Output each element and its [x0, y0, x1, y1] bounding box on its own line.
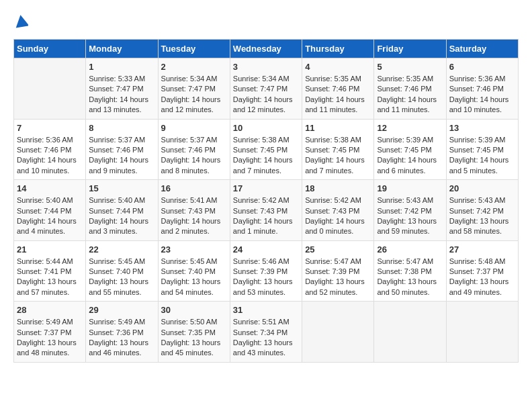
- column-header-monday: Monday: [86, 40, 158, 58]
- day-info: Sunrise: 5:43 AM Sunset: 7:42 PM Dayligh…: [449, 195, 515, 237]
- day-info: Sunrise: 5:39 AM Sunset: 7:45 PM Dayligh…: [449, 135, 515, 177]
- day-cell: 21Sunrise: 5:44 AM Sunset: 7:41 PM Dayli…: [14, 240, 86, 302]
- day-cell: 16Sunrise: 5:41 AM Sunset: 7:43 PM Dayli…: [158, 180, 230, 241]
- day-info: Sunrise: 5:35 AM Sunset: 7:46 PM Dayligh…: [305, 74, 371, 116]
- column-header-sunday: Sunday: [14, 40, 86, 58]
- day-cell: 5Sunrise: 5:35 AM Sunset: 7:46 PM Daylig…: [374, 58, 446, 120]
- day-number: 31: [233, 305, 299, 315]
- day-number: 14: [17, 183, 83, 193]
- day-info: Sunrise: 5:47 AM Sunset: 7:38 PM Dayligh…: [377, 257, 443, 298]
- day-info: Sunrise: 5:40 AM Sunset: 7:44 PM Dayligh…: [89, 195, 154, 237]
- logo: [13, 13, 28, 32]
- day-cell: [14, 58, 86, 120]
- column-header-saturday: Saturday: [446, 40, 518, 58]
- day-cell: 13Sunrise: 5:39 AM Sunset: 7:45 PM Dayli…: [446, 119, 518, 180]
- day-number: 18: [305, 183, 371, 193]
- day-info: Sunrise: 5:42 AM Sunset: 7:43 PM Dayligh…: [305, 195, 371, 237]
- day-cell: 3Sunrise: 5:34 AM Sunset: 7:47 PM Daylig…: [230, 58, 302, 120]
- day-cell: 11Sunrise: 5:38 AM Sunset: 7:45 PM Dayli…: [302, 119, 374, 180]
- day-info: Sunrise: 5:48 AM Sunset: 7:37 PM Dayligh…: [449, 257, 515, 298]
- day-number: 3: [233, 62, 299, 72]
- day-cell: 7Sunrise: 5:36 AM Sunset: 7:46 PM Daylig…: [14, 119, 86, 180]
- day-info: Sunrise: 5:49 AM Sunset: 7:37 PM Dayligh…: [17, 317, 83, 359]
- day-cell: 18Sunrise: 5:42 AM Sunset: 7:43 PM Dayli…: [302, 180, 374, 241]
- day-cell: 24Sunrise: 5:46 AM Sunset: 7:39 PM Dayli…: [230, 240, 302, 302]
- day-info: Sunrise: 5:40 AM Sunset: 7:44 PM Dayligh…: [17, 195, 83, 237]
- day-cell: 25Sunrise: 5:47 AM Sunset: 7:39 PM Dayli…: [302, 240, 374, 302]
- day-number: 20: [449, 183, 515, 193]
- day-cell: 14Sunrise: 5:40 AM Sunset: 7:44 PM Dayli…: [14, 180, 86, 241]
- day-number: 5: [377, 62, 443, 72]
- day-cell: 23Sunrise: 5:45 AM Sunset: 7:40 PM Dayli…: [158, 240, 230, 302]
- day-number: 24: [233, 244, 299, 255]
- day-number: 12: [377, 123, 443, 133]
- day-info: Sunrise: 5:38 AM Sunset: 7:45 PM Dayligh…: [305, 135, 371, 177]
- day-cell: [302, 302, 374, 363]
- day-cell: 8Sunrise: 5:37 AM Sunset: 7:46 PM Daylig…: [86, 119, 158, 180]
- day-info: Sunrise: 5:33 AM Sunset: 7:47 PM Dayligh…: [89, 74, 154, 116]
- day-number: 25: [305, 244, 371, 255]
- column-header-friday: Friday: [374, 40, 446, 58]
- day-info: Sunrise: 5:42 AM Sunset: 7:43 PM Dayligh…: [233, 195, 299, 237]
- day-info: Sunrise: 5:34 AM Sunset: 7:47 PM Dayligh…: [161, 74, 227, 116]
- day-cell: 10Sunrise: 5:38 AM Sunset: 7:45 PM Dayli…: [230, 119, 302, 180]
- day-cell: 28Sunrise: 5:49 AM Sunset: 7:37 PM Dayli…: [14, 302, 86, 363]
- day-cell: 12Sunrise: 5:39 AM Sunset: 7:45 PM Dayli…: [374, 119, 446, 180]
- day-number: 2: [161, 62, 227, 72]
- day-number: 9: [161, 123, 227, 133]
- day-number: 21: [17, 244, 83, 255]
- day-info: Sunrise: 5:35 AM Sunset: 7:46 PM Dayligh…: [377, 74, 443, 116]
- day-number: 11: [305, 123, 371, 133]
- day-number: 28: [17, 305, 83, 315]
- day-info: Sunrise: 5:49 AM Sunset: 7:36 PM Dayligh…: [89, 317, 154, 359]
- day-info: Sunrise: 5:38 AM Sunset: 7:45 PM Dayligh…: [233, 135, 299, 177]
- day-number: 13: [449, 123, 515, 133]
- day-number: 6: [449, 62, 515, 72]
- day-cell: 31Sunrise: 5:51 AM Sunset: 7:34 PM Dayli…: [230, 302, 302, 363]
- day-info: Sunrise: 5:45 AM Sunset: 7:40 PM Dayligh…: [161, 257, 227, 298]
- week-row-5: 28Sunrise: 5:49 AM Sunset: 7:37 PM Dayli…: [14, 302, 519, 363]
- day-info: Sunrise: 5:36 AM Sunset: 7:46 PM Dayligh…: [449, 74, 515, 116]
- svg-marker-0: [15, 15, 28, 28]
- day-cell: [446, 302, 518, 363]
- calendar-table: SundayMondayTuesdayWednesdayThursdayFrid…: [13, 39, 519, 363]
- week-row-1: 1Sunrise: 5:33 AM Sunset: 7:47 PM Daylig…: [14, 58, 519, 120]
- day-info: Sunrise: 5:34 AM Sunset: 7:47 PM Dayligh…: [233, 74, 299, 116]
- day-number: 10: [233, 123, 299, 133]
- day-number: 19: [377, 183, 443, 193]
- day-number: 27: [449, 244, 515, 255]
- day-cell: 15Sunrise: 5:40 AM Sunset: 7:44 PM Dayli…: [86, 180, 158, 241]
- day-number: 4: [305, 62, 371, 72]
- day-info: Sunrise: 5:51 AM Sunset: 7:34 PM Dayligh…: [233, 317, 299, 359]
- day-number: 22: [89, 244, 154, 255]
- day-cell: 22Sunrise: 5:45 AM Sunset: 7:40 PM Dayli…: [86, 240, 158, 302]
- day-info: Sunrise: 5:37 AM Sunset: 7:46 PM Dayligh…: [89, 135, 154, 177]
- day-info: Sunrise: 5:46 AM Sunset: 7:39 PM Dayligh…: [233, 257, 299, 298]
- day-number: 8: [89, 123, 154, 133]
- day-number: 15: [89, 183, 154, 193]
- day-cell: 17Sunrise: 5:42 AM Sunset: 7:43 PM Dayli…: [230, 180, 302, 241]
- day-number: 23: [161, 244, 227, 255]
- day-info: Sunrise: 5:47 AM Sunset: 7:39 PM Dayligh…: [305, 257, 371, 298]
- day-number: 30: [161, 305, 227, 315]
- week-row-2: 7Sunrise: 5:36 AM Sunset: 7:46 PM Daylig…: [14, 119, 519, 180]
- day-cell: 9Sunrise: 5:37 AM Sunset: 7:46 PM Daylig…: [158, 119, 230, 180]
- day-cell: 30Sunrise: 5:50 AM Sunset: 7:35 PM Dayli…: [158, 302, 230, 363]
- day-info: Sunrise: 5:45 AM Sunset: 7:40 PM Dayligh…: [89, 257, 154, 298]
- day-info: Sunrise: 5:39 AM Sunset: 7:45 PM Dayligh…: [377, 135, 443, 177]
- day-number: 16: [161, 183, 227, 193]
- week-row-4: 21Sunrise: 5:44 AM Sunset: 7:41 PM Dayli…: [14, 240, 519, 302]
- day-number: 1: [89, 62, 154, 72]
- day-cell: [374, 302, 446, 363]
- day-info: Sunrise: 5:37 AM Sunset: 7:46 PM Dayligh…: [161, 135, 227, 177]
- day-number: 7: [17, 123, 83, 133]
- day-cell: 27Sunrise: 5:48 AM Sunset: 7:37 PM Dayli…: [446, 240, 518, 302]
- day-info: Sunrise: 5:43 AM Sunset: 7:42 PM Dayligh…: [377, 195, 443, 237]
- day-cell: 19Sunrise: 5:43 AM Sunset: 7:42 PM Dayli…: [374, 180, 446, 241]
- page-header: [13, 13, 519, 32]
- day-number: 26: [377, 244, 443, 255]
- day-info: Sunrise: 5:44 AM Sunset: 7:41 PM Dayligh…: [17, 257, 83, 298]
- day-cell: 29Sunrise: 5:49 AM Sunset: 7:36 PM Dayli…: [86, 302, 158, 363]
- column-header-wednesday: Wednesday: [230, 40, 302, 58]
- day-cell: 2Sunrise: 5:34 AM Sunset: 7:47 PM Daylig…: [158, 58, 230, 120]
